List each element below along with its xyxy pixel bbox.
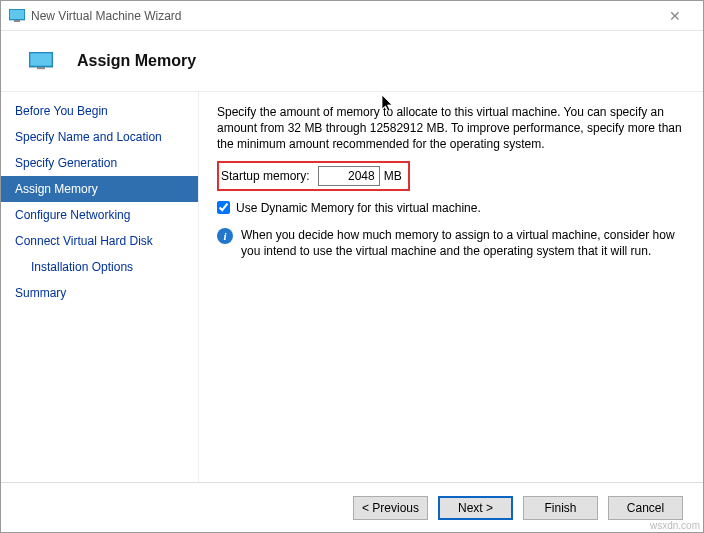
wizard-step[interactable]: Assign Memory: [1, 176, 198, 202]
description-text: Specify the amount of memory to allocate…: [217, 104, 685, 153]
previous-button[interactable]: < Previous: [353, 496, 428, 520]
close-button[interactable]: ✕: [655, 2, 695, 30]
wizard-steps: Before You BeginSpecify Name and Locatio…: [1, 92, 199, 482]
wizard-step[interactable]: Installation Options: [1, 254, 198, 280]
header-icon: [29, 51, 53, 71]
svg-rect-4: [31, 54, 52, 66]
info-icon: i: [217, 228, 233, 244]
page-title: Assign Memory: [77, 52, 196, 70]
wizard-footer: < Previous Next > Finish Cancel: [1, 482, 703, 532]
info-row: i When you decide how much memory to ass…: [217, 227, 685, 259]
cancel-button[interactable]: Cancel: [608, 496, 683, 520]
startup-memory-row: Startup memory: MB: [217, 161, 410, 191]
wizard-content: Specify the amount of memory to allocate…: [199, 92, 703, 482]
titlebar: New Virtual Machine Wizard ✕: [1, 1, 703, 31]
svg-rect-5: [37, 67, 45, 69]
dynamic-memory-label[interactable]: Use Dynamic Memory for this virtual mach…: [236, 201, 481, 215]
app-icon: [9, 8, 25, 24]
wizard-step[interactable]: Connect Virtual Hard Disk: [1, 228, 198, 254]
dynamic-memory-checkbox[interactable]: [217, 201, 230, 214]
wizard-step[interactable]: Before You Begin: [1, 98, 198, 124]
wizard-step[interactable]: Specify Name and Location: [1, 124, 198, 150]
window-title: New Virtual Machine Wizard: [31, 9, 655, 23]
startup-memory-label: Startup memory:: [221, 169, 310, 183]
watermark: wsxdn.com: [650, 520, 700, 531]
wizard-window: New Virtual Machine Wizard ✕ Assign Memo…: [0, 0, 704, 533]
wizard-step[interactable]: Configure Networking: [1, 202, 198, 228]
dynamic-memory-row: Use Dynamic Memory for this virtual mach…: [217, 201, 685, 215]
svg-rect-2: [14, 20, 20, 22]
wizard-step[interactable]: Specify Generation: [1, 150, 198, 176]
wizard-header: Assign Memory: [1, 31, 703, 91]
info-text: When you decide how much memory to assig…: [241, 227, 685, 259]
next-button[interactable]: Next >: [438, 496, 513, 520]
startup-memory-unit: MB: [384, 169, 402, 183]
finish-button[interactable]: Finish: [523, 496, 598, 520]
svg-rect-1: [10, 10, 24, 19]
startup-memory-input[interactable]: [318, 166, 380, 186]
wizard-body: Before You BeginSpecify Name and Locatio…: [1, 91, 703, 482]
wizard-step[interactable]: Summary: [1, 280, 198, 306]
